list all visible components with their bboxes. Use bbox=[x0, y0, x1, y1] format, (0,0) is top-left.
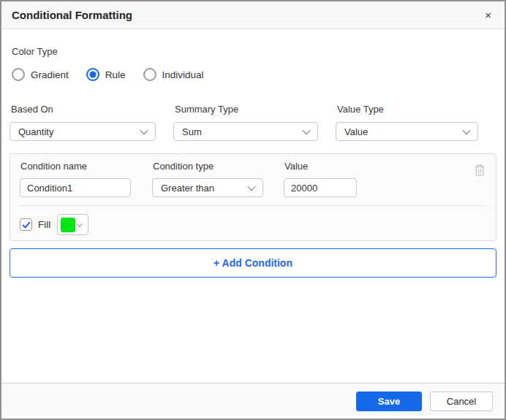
cancel-button[interactable]: Cancel bbox=[430, 392, 493, 411]
condition-fields-row: Condition name Condition type Greater th… bbox=[20, 161, 486, 197]
dialog-footer: Save Cancel bbox=[1, 383, 505, 419]
conditional-formatting-dialog: Conditional Formatting × Color Type Grad… bbox=[0, 0, 506, 420]
value-type-label: Value Type bbox=[337, 104, 478, 115]
dialog-header: Conditional Formatting × bbox=[1, 1, 505, 29]
color-type-radio-group: Gradient Rule Individual bbox=[12, 68, 496, 81]
value-type-value: Value bbox=[344, 126, 368, 137]
summary-type-value: Sum bbox=[182, 126, 202, 137]
summary-type-label: Summary Type bbox=[175, 104, 318, 115]
condition-type-dropdown[interactable]: Greater than bbox=[152, 178, 263, 197]
radio-individual-label: Individual bbox=[162, 69, 204, 80]
based-on-value: Quantity bbox=[18, 126, 53, 137]
fill-checkbox[interactable] bbox=[20, 218, 32, 231]
add-condition-button[interactable]: + Add Condition bbox=[10, 248, 496, 278]
field-based-on: Based On Quantity bbox=[10, 104, 156, 141]
condition-value-input[interactable] bbox=[284, 178, 357, 197]
chevron-down-icon bbox=[140, 126, 148, 134]
radio-rule-label: Rule bbox=[105, 69, 126, 80]
radio-gradient[interactable]: Gradient bbox=[12, 68, 69, 81]
radio-rule[interactable]: Rule bbox=[86, 68, 126, 81]
condition-name-label: Condition name bbox=[20, 161, 131, 172]
condition-separator bbox=[20, 205, 486, 206]
field-summary-type: Summary Type Sum bbox=[173, 104, 318, 141]
radio-gradient-label: Gradient bbox=[31, 69, 69, 80]
trash-icon bbox=[474, 164, 486, 177]
radio-individual[interactable]: Individual bbox=[143, 68, 204, 81]
radio-circle-icon[interactable] bbox=[12, 68, 25, 81]
based-on-dropdown[interactable]: Quantity bbox=[10, 122, 156, 141]
checkmark-icon bbox=[22, 221, 31, 229]
condition-value-field: Value bbox=[284, 161, 357, 197]
chevron-down-icon bbox=[77, 221, 83, 226]
condition-name-field: Condition name bbox=[20, 161, 131, 197]
condition-name-input[interactable] bbox=[20, 178, 131, 197]
chevron-down-icon bbox=[247, 183, 255, 191]
fill-row: Fill bbox=[20, 214, 486, 235]
fill-label: Fill bbox=[38, 219, 50, 230]
condition-value-label: Value bbox=[284, 161, 357, 172]
fill-color-dropdown[interactable] bbox=[57, 214, 88, 235]
dialog-body: Color Type Gradient Rule Individual Base… bbox=[1, 46, 505, 278]
condition-panel: Condition name Condition type Greater th… bbox=[10, 153, 496, 241]
chevron-down-icon bbox=[462, 126, 470, 134]
fields-row: Based On Quantity Summary Type Sum Value… bbox=[10, 104, 496, 141]
summary-type-dropdown[interactable]: Sum bbox=[173, 122, 318, 141]
radio-circle-selected-icon[interactable] bbox=[86, 68, 99, 81]
delete-condition-button[interactable] bbox=[474, 164, 486, 177]
fill-color-swatch bbox=[61, 218, 75, 232]
condition-type-field: Condition type Greater than bbox=[152, 161, 263, 197]
value-type-dropdown[interactable]: Value bbox=[336, 122, 478, 141]
based-on-label: Based On bbox=[11, 104, 156, 115]
field-value-type: Value Type Value bbox=[336, 104, 478, 141]
condition-type-value: Greater than bbox=[161, 183, 214, 194]
dialog-title: Conditional Formatting bbox=[12, 9, 132, 21]
close-icon[interactable]: × bbox=[482, 8, 494, 22]
color-type-label: Color Type bbox=[12, 46, 496, 57]
condition-type-label: Condition type bbox=[153, 161, 263, 172]
chevron-down-icon bbox=[302, 126, 310, 134]
save-button[interactable]: Save bbox=[356, 392, 422, 411]
radio-circle-icon[interactable] bbox=[143, 68, 156, 81]
